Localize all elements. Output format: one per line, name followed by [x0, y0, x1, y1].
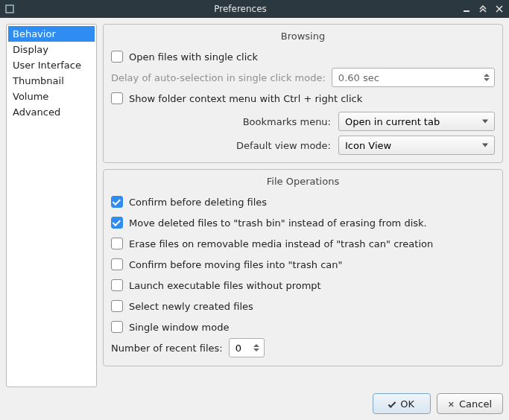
recent-files-value: 0 [235, 343, 241, 354]
file-ops-panel: File Operations Confirm before deleting … [103, 169, 503, 366]
open-single-click-checkbox[interactable] [111, 51, 123, 63]
file-ops-checkbox-1[interactable] [111, 217, 123, 229]
view-mode-label: Default view mode: [111, 140, 331, 151]
file-ops-label-4: Launch executable files without prompt [129, 280, 321, 291]
cancel-label: Cancel [459, 398, 492, 410]
app-icon [4, 4, 15, 14]
sidebar-item-advanced[interactable]: Advanced [8, 104, 95, 120]
open-single-click-label: Open files with single click [129, 51, 258, 63]
sidebar-item-label: Display [13, 44, 48, 55]
file-ops-label-2: Erase files on removable media instead o… [129, 238, 433, 249]
bookmarks-value: Open in current tab [345, 116, 440, 127]
spin-arrows[interactable] [481, 70, 492, 85]
sidebar-item-label: Advanced [13, 106, 60, 118]
ok-label: OK [400, 398, 414, 410]
file-ops-title: File Operations [111, 176, 495, 187]
close-button[interactable] [494, 4, 505, 14]
delay-label: Delay of auto-selection in single click … [111, 72, 326, 83]
view-mode-value: Icon View [345, 140, 391, 151]
recent-files-label: Number of recent files: [111, 343, 223, 354]
view-mode-select[interactable]: Icon View [338, 136, 495, 155]
ctrl-right-click-checkbox[interactable] [111, 92, 123, 104]
cancel-button[interactable]: Cancel [437, 393, 503, 414]
file-ops-label-6: Single window mode [129, 322, 229, 333]
sidebar-item-volume[interactable]: Volume [8, 89, 95, 104]
svg-rect-0 [6, 5, 13, 13]
window-title: Preferences [19, 4, 461, 14]
file-ops-checkbox-2[interactable] [111, 238, 123, 249]
file-ops-label-3: Confirm before moving files into "trash … [129, 259, 343, 270]
browsing-panel: Browsing Open files with single click De… [103, 24, 503, 163]
sidebar-item-display[interactable]: Display [8, 42, 95, 57]
browsing-title: Browsing [111, 31, 495, 42]
minimize-button[interactable] [461, 4, 472, 14]
recent-files-spinbox[interactable]: 0 [229, 338, 265, 357]
maximize-button[interactable] [478, 4, 488, 14]
sidebar-item-label: User Interface [13, 60, 81, 71]
footer: OK Cancel [6, 387, 503, 414]
file-ops-checkbox-4[interactable] [111, 279, 123, 291]
sidebar: BehaviorDisplayUser InterfaceThumbnailVo… [6, 24, 97, 387]
file-ops-label-0: Confirm before deleting files [129, 197, 267, 208]
sidebar-item-label: Behavior [13, 28, 56, 39]
sidebar-item-thumbnail[interactable]: Thumbnail [8, 73, 95, 89]
delay-value: 0.60 sec [338, 72, 379, 83]
close-icon [448, 398, 455, 410]
ctrl-right-click-label: Show folder context menu with Ctrl + rig… [129, 93, 362, 104]
check-icon [388, 400, 396, 408]
sidebar-item-user-interface[interactable]: User Interface [8, 57, 95, 73]
file-ops-label-1: Move deleted files to "trash bin" instea… [129, 217, 427, 229]
file-ops-checkbox-5[interactable] [111, 300, 123, 312]
delay-spinbox[interactable]: 0.60 sec [332, 68, 495, 87]
sidebar-item-label: Volume [13, 91, 48, 102]
file-ops-checkbox-0[interactable] [111, 196, 123, 208]
ok-button[interactable]: OK [373, 393, 431, 414]
bookmarks-select[interactable]: Open in current tab [338, 112, 495, 131]
bookmarks-label: Bookmarks menu: [111, 116, 331, 127]
file-ops-label-5: Select newly created files [129, 301, 253, 312]
titlebar: Preferences [0, 0, 509, 18]
spin-arrows[interactable] [251, 340, 262, 355]
file-ops-checkbox-3[interactable] [111, 258, 123, 270]
file-ops-checkbox-6[interactable] [111, 321, 123, 333]
sidebar-item-label: Thumbnail [13, 75, 64, 86]
window-body: BehaviorDisplayUser InterfaceThumbnailVo… [0, 18, 509, 420]
sidebar-item-behavior[interactable]: Behavior [8, 26, 95, 42]
